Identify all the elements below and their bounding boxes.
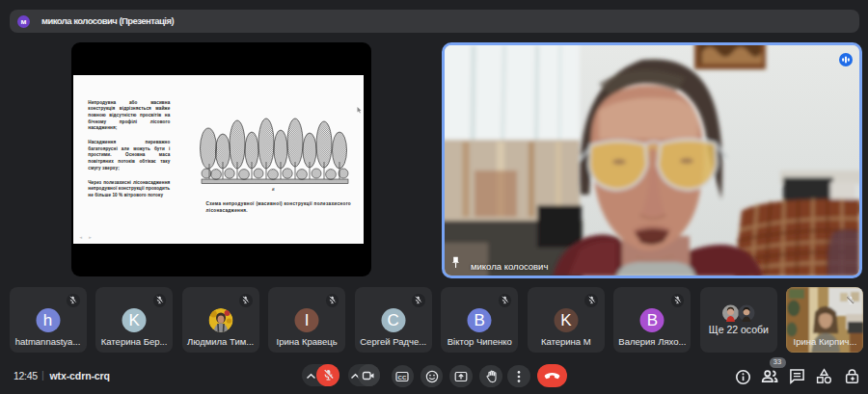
svg-text:в: в (272, 186, 275, 192)
svg-text:CC: CC (398, 374, 407, 380)
